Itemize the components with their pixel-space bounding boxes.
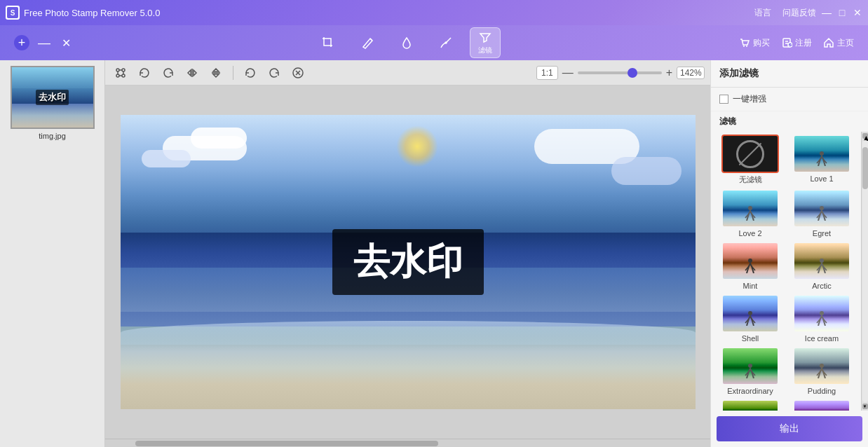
output-button[interactable]: 输出 [717,416,862,441]
filter-scene-mint [723,243,778,279]
redo-button[interactable] [264,63,284,83]
svg-point-2 [445,42,447,43]
rotate-ccw-tool[interactable] [135,63,154,83]
filter-grid: 无滤镜 Love 1 [711,132,861,411]
scrollbar-thumb-x[interactable] [135,441,438,446]
minus-button[interactable]: — [35,36,53,50]
separator-1 [233,66,233,80]
filter-scene-love2 [723,191,778,226]
zoom-thumb[interactable] [628,68,637,78]
filter-thumb-arctic[interactable] [793,242,850,280]
cancel-button[interactable] [288,63,308,83]
filter-item-love2[interactable]: Love 2 [717,189,784,238]
title-bar: S Free Photo Stamp Remover 5.0.0 语言 问题反馈… [0,0,868,25]
scroll-up-arrow[interactable]: ▲ [862,133,868,139]
flip-h-tool[interactable] [182,63,202,83]
enhance-label: 一键增强 [733,93,766,105]
enhance-checkbox[interactable] [719,95,728,104]
filter-item-extra2[interactable] [788,399,855,411]
filter-label-shell: Shell [742,334,759,343]
svg-text:S: S [11,9,15,17]
undo-button[interactable] [240,63,260,83]
filter-thumb-mint[interactable] [721,242,779,280]
flip-v-tool[interactable] [206,63,226,83]
filter-label-none: 无滤镜 [739,174,762,185]
scroll-down-arrow[interactable]: ▼ [862,404,868,409]
toolbar: + — ✕ [0,25,868,60]
toolbar-close-button[interactable]: ✕ [59,36,74,50]
filter-label-icecream: Ice cream [805,334,839,343]
svg-point-8 [122,69,125,71]
add-button[interactable]: + [14,35,29,50]
filter-thumb-love2[interactable] [721,189,779,228]
filter-thumb-extra2[interactable] [793,399,850,411]
filter-item-extra1[interactable] [717,399,784,411]
filter-item-shell[interactable]: Shell [717,294,784,343]
filter-item-arctic[interactable]: Arctic [788,242,855,290]
no-filter-icon [736,140,764,168]
feedback-link[interactable]: 问题反馈 [782,7,816,19]
filter-thumb-extra1[interactable] [721,399,779,411]
filter-scene-extraordinary [723,348,778,384]
zoom-plus[interactable]: + [666,67,672,79]
lang-link[interactable]: 语言 [754,7,771,19]
filter-scene-love1 [794,136,849,172]
scroll-track [862,140,868,402]
svg-point-4 [746,46,747,47]
filter-thumb-extraordinary[interactable] [721,347,779,385]
scroll-thumb[interactable] [862,147,868,189]
drop-tool[interactable] [391,27,422,58]
register-button[interactable]: 注册 [781,37,812,49]
thumb-image: 去水印 [12,67,93,128]
panel-title: 添加滤镜 [711,60,868,88]
canvas-image: 去水印 [121,115,696,409]
filter-thumb-none[interactable] [721,135,779,173]
filter-item-pudding[interactable]: Pudding [788,347,855,395]
grid-tool[interactable] [111,63,130,83]
filter-item-love1[interactable]: Love 1 [788,135,855,185]
filter-label-egret: Egret [813,229,831,238]
maximize-button[interactable]: □ [837,8,847,18]
paint-tool[interactable] [352,27,383,58]
filter-thumb-pudding[interactable] [793,347,850,385]
canvas-scrollbar-x[interactable] [105,439,710,447]
filter-label-pudding: Pudding [808,387,836,395]
filter-item-egret[interactable]: Egret [788,189,855,238]
right-scrollbar[interactable]: ▲ ▼ [861,132,868,411]
zoom-reset[interactable]: 1:1 [536,66,558,80]
filter-scene-shell [723,296,778,331]
zoom-slider[interactable] [578,71,662,74]
home-label: 主页 [837,37,854,49]
filter-scene-extra2 [794,401,849,411]
right-panel: 添加滤镜 一键增强 滤镜 无滤镜 [710,60,868,447]
close-button[interactable]: ✕ [853,8,862,18]
filter-thumb-icecream[interactable] [793,294,850,333]
buy-button[interactable]: 购买 [739,37,770,49]
crop-tool[interactable] [313,27,344,58]
filter-tool-label: 滤镜 [478,46,492,55]
filter-thumb-shell[interactable] [721,294,779,333]
zoom-minus[interactable]: — [562,67,574,79]
center-area: 1:1 — + 142% [105,60,710,447]
filter-item-icecream[interactable]: Ice cream [788,294,855,343]
filter-thumb-love1[interactable] [793,135,850,173]
action-bar: 1:1 — + 142% [105,60,710,85]
thumb-watermark: 去水印 [36,90,69,105]
svg-point-9 [116,74,119,77]
buy-label: 购买 [753,37,770,49]
filter-tool[interactable]: 滤镜 [470,27,501,58]
rotate-cw-tool[interactable] [158,63,178,83]
app-title: Free Photo Stamp Remover 5.0.0 [24,8,754,18]
filter-section-label: 滤镜 [711,111,868,132]
filter-item-none[interactable]: 无滤镜 [717,135,784,185]
filter-thumb-egret[interactable] [793,189,850,228]
filter-item-extraordinary[interactable]: Extraordinary [717,347,784,395]
brush-tool[interactable] [430,27,461,58]
home-button[interactable]: 主页 [823,37,854,49]
file-thumbnail[interactable]: 去水印 [11,66,95,129]
minimize-button[interactable]: — [822,8,832,18]
filter-item-mint[interactable]: Mint [717,242,784,290]
title-bar-right: 语言 问题反馈 [754,7,816,19]
filter-label-love2: Love 2 [738,229,761,238]
filter-scene-egret [794,191,849,226]
